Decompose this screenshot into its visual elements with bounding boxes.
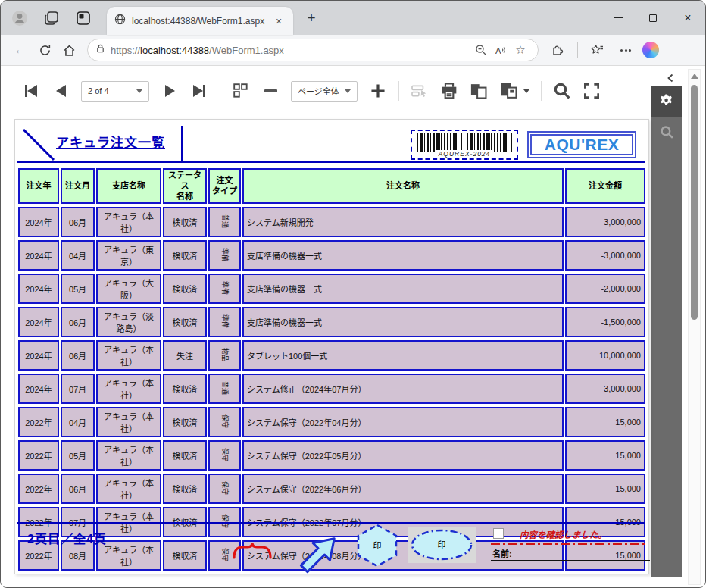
scrollbar-thumb[interactable] (691, 85, 698, 320)
tab-title: localhost:44388/WebForm1.aspx (132, 16, 266, 27)
new-tab-button[interactable]: + (301, 8, 322, 29)
vertical-scrollbar[interactable] (688, 69, 701, 585)
refresh-button[interactable] (33, 38, 57, 62)
table-row: 2022年05月アキュラ（本社）検収済保守システム保守（2022年05月分）15… (18, 440, 645, 471)
table-cell: 検収済 (163, 374, 207, 404)
table-cell: 検収済 (163, 440, 207, 471)
tab-groups-icon[interactable] (39, 5, 64, 31)
read-aloud-icon[interactable]: A (491, 40, 511, 60)
multipage-view-button[interactable] (232, 80, 250, 102)
pan-select-tool-button[interactable] (411, 80, 429, 102)
name-label: 名前: (492, 547, 512, 559)
orders-table: 注文年 注文月 支店名称 ステータス 名称 注文 タイプ 注文名称 注文金額 2… (17, 165, 647, 574)
table-cell: 検収済 (163, 474, 207, 504)
table-header-row: 注文年 注文月 支店名称 ステータス 名称 注文 タイプ 注文名称 注文金額 (18, 168, 645, 204)
table-cell: システム新規開発 (242, 207, 564, 237)
globe-icon (114, 14, 126, 28)
table-row: 2024年06月アキュラ（淡路島）検収済準備支店準備の機器一式-1,500,00… (18, 307, 645, 337)
table-cell: 保守 (208, 474, 241, 504)
chevron-down-icon (523, 89, 530, 93)
table-row: 2024年05月アキュラ（大阪）検収済準備支店準備の機器一式-2,000,000 (18, 274, 645, 304)
chevron-down-icon (136, 89, 142, 93)
table-cell: 準備 (208, 240, 241, 271)
profile-icon[interactable] (7, 5, 33, 31)
report-page: アキュラ注文一覧 AQUREX-2024 AQU'REX 注文年 注文月 支店名… (14, 119, 649, 574)
navigation-bar: ← https://localhost:44388/WebForm1.aspx … (1, 35, 705, 66)
col-header-branch: 支店名称 (96, 168, 161, 204)
previous-page-button[interactable] (52, 80, 70, 102)
stamp-label: 印 (438, 540, 446, 549)
stamp-label: 印 (373, 541, 382, 550)
table-row: 2022年04月アキュラ（本社）検収済保守システム保守（2022年04月分）15… (18, 407, 645, 437)
table-cell: 04月 (61, 407, 95, 437)
zoom-out-icon[interactable] (471, 40, 491, 60)
col-header-order-type: 注文 タイプ (208, 168, 241, 204)
close-icon: × (684, 12, 691, 24)
first-page-button[interactable] (22, 80, 40, 102)
table-cell: 2024年 (18, 274, 59, 304)
back-button[interactable]: ← (8, 38, 33, 62)
svg-text:A: A (495, 45, 501, 55)
next-page-button[interactable] (161, 80, 179, 102)
address-bar[interactable]: https://localhost:44388/WebForm1.aspx A … (87, 39, 539, 61)
tab-strip: localhost:44388/WebForm1.aspx × + × (1, 1, 705, 35)
parameters-panel-button[interactable] (651, 86, 682, 117)
table-cell: アキュラ（東京） (96, 240, 161, 271)
workspaces-icon[interactable] (70, 5, 96, 31)
zoom-out-button[interactable] (261, 80, 280, 102)
extensions-icon[interactable] (546, 38, 570, 62)
window-maximize-button[interactable] (636, 1, 670, 35)
table-cell: 2024年 (18, 374, 59, 404)
table-cell: 06月 (61, 340, 95, 371)
url-text: https://localhost:44388/WebForm1.aspx (111, 45, 471, 56)
copilot-icon[interactable] (642, 42, 659, 58)
page-indicator-select[interactable]: 2 of 4 (81, 81, 149, 102)
print-button[interactable] (440, 80, 458, 102)
table-cell: 10,000,000 (565, 340, 645, 371)
table-cell: 検収済 (163, 407, 207, 437)
window-minimize-button[interactable] (601, 1, 636, 35)
header-rule (17, 161, 645, 163)
table-cell: 支店準備の機器一式 (242, 240, 564, 271)
table-row: 2022年06月アキュラ（本社）検収済保守システム保守（2022年06月分）15… (18, 474, 645, 504)
table-cell: 2024年 (18, 307, 59, 337)
export-button[interactable] (499, 80, 530, 102)
table-cell: 2022年 (18, 474, 59, 504)
table-cell: 支店準備の機器一式 (242, 274, 564, 304)
chevron-down-icon (345, 89, 351, 93)
favorites-list-icon[interactable] (585, 38, 609, 62)
favorite-star-icon[interactable]: ☆ (511, 40, 530, 60)
scroll-up-arrow-icon[interactable] (691, 74, 698, 79)
search-panel-button[interactable] (651, 117, 682, 149)
table-row: 2024年04月アキュラ（東京）検収済準備支店準備の機器一式-3,000,000 (18, 240, 645, 271)
table-cell: -3,000,000 (565, 240, 645, 271)
more-menu-icon[interactable] (614, 38, 638, 62)
table-cell: 保守 (208, 407, 241, 437)
window-close-button[interactable]: × (670, 1, 705, 35)
table-cell: 検収済 (163, 307, 207, 337)
table-cell: 2024年 (18, 240, 59, 271)
confirm-checkbox[interactable] (493, 528, 504, 539)
search-button[interactable] (553, 80, 571, 102)
col-header-order-year: 注文年 (18, 168, 59, 204)
table-row: 2024年07月アキュラ（本社）検収済普通システム修正（2024年07月分）3,… (18, 374, 645, 404)
table-cell: 15,000 (565, 474, 645, 504)
table-cell: アキュラ（淡路島） (96, 307, 161, 337)
table-cell: システム修正（2024年07月分） (242, 374, 564, 404)
table-cell: 準備 (208, 307, 241, 337)
zoom-in-button[interactable] (369, 80, 387, 102)
zoom-mode-select[interactable]: ページ全体 (291, 81, 358, 102)
minimize-icon (614, 17, 623, 18)
table-cell: タブレット100個一式 (242, 340, 564, 371)
collapse-panel-chevron-icon[interactable] (663, 70, 678, 86)
table-cell: 07月 (61, 374, 95, 404)
last-page-button[interactable] (190, 80, 208, 102)
table-cell: アキュラ（本社） (96, 207, 161, 237)
tab-close-icon[interactable]: × (272, 14, 286, 28)
home-button[interactable] (57, 38, 81, 62)
hexagon-stamp: 印 (355, 523, 399, 568)
print-layout-button[interactable] (470, 80, 488, 102)
fullscreen-button[interactable] (583, 80, 601, 102)
table-cell: 検収済 (163, 240, 207, 271)
browser-tab[interactable]: localhost:44388/WebForm1.aspx × (107, 7, 293, 35)
